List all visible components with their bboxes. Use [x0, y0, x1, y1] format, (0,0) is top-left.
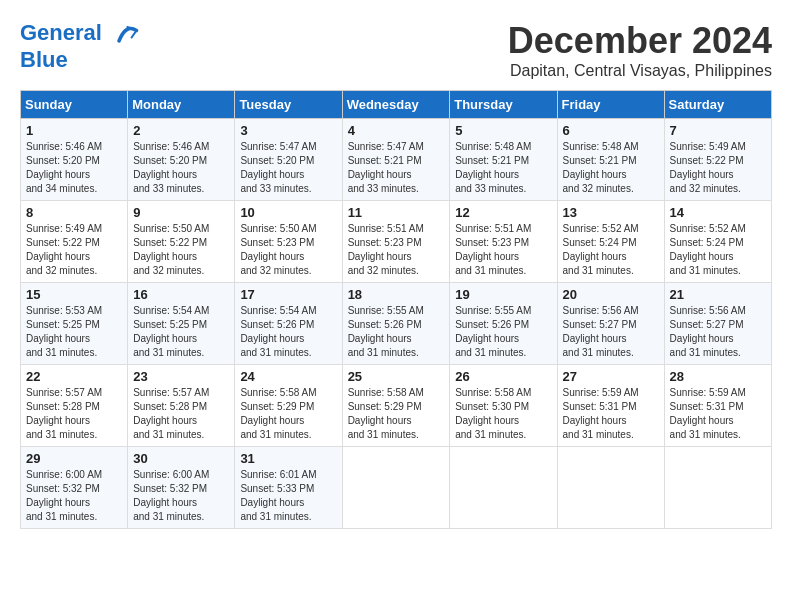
calendar-week-2: 8 Sunrise: 5:49 AMSunset: 5:22 PMDayligh…: [21, 201, 772, 283]
day-number: 30: [133, 451, 229, 466]
calendar-cell: 18 Sunrise: 5:55 AMSunset: 5:26 PMDaylig…: [342, 283, 450, 365]
logo-text: General Blue: [20, 20, 140, 72]
day-number: 24: [240, 369, 336, 384]
day-info: Sunrise: 5:46 AMSunset: 5:20 PMDaylight …: [26, 141, 102, 194]
day-number: 28: [670, 369, 766, 384]
calendar-cell: [664, 447, 771, 529]
calendar-week-5: 29 Sunrise: 6:00 AMSunset: 5:32 PMDaylig…: [21, 447, 772, 529]
day-number: 13: [563, 205, 659, 220]
day-info: Sunrise: 5:58 AMSunset: 5:29 PMDaylight …: [240, 387, 316, 440]
calendar-cell: 25 Sunrise: 5:58 AMSunset: 5:29 PMDaylig…: [342, 365, 450, 447]
day-info: Sunrise: 5:57 AMSunset: 5:28 PMDaylight …: [26, 387, 102, 440]
calendar-cell: 10 Sunrise: 5:50 AMSunset: 5:23 PMDaylig…: [235, 201, 342, 283]
calendar-cell: 21 Sunrise: 5:56 AMSunset: 5:27 PMDaylig…: [664, 283, 771, 365]
day-number: 3: [240, 123, 336, 138]
calendar-cell: 23 Sunrise: 5:57 AMSunset: 5:28 PMDaylig…: [128, 365, 235, 447]
calendar-cell: 4 Sunrise: 5:47 AMSunset: 5:21 PMDayligh…: [342, 119, 450, 201]
day-number: 5: [455, 123, 551, 138]
day-info: Sunrise: 5:49 AMSunset: 5:22 PMDaylight …: [670, 141, 746, 194]
day-info: Sunrise: 5:48 AMSunset: 5:21 PMDaylight …: [455, 141, 531, 194]
day-info: Sunrise: 5:55 AMSunset: 5:26 PMDaylight …: [455, 305, 531, 358]
calendar-week-3: 15 Sunrise: 5:53 AMSunset: 5:25 PMDaylig…: [21, 283, 772, 365]
day-info: Sunrise: 5:53 AMSunset: 5:25 PMDaylight …: [26, 305, 102, 358]
day-info: Sunrise: 5:58 AMSunset: 5:29 PMDaylight …: [348, 387, 424, 440]
day-info: Sunrise: 6:00 AMSunset: 5:32 PMDaylight …: [133, 469, 209, 522]
day-info: Sunrise: 5:59 AMSunset: 5:31 PMDaylight …: [670, 387, 746, 440]
calendar-cell: [450, 447, 557, 529]
day-number: 21: [670, 287, 766, 302]
day-number: 8: [26, 205, 122, 220]
day-info: Sunrise: 5:50 AMSunset: 5:22 PMDaylight …: [133, 223, 209, 276]
header-day-friday: Friday: [557, 91, 664, 119]
day-info: Sunrise: 5:51 AMSunset: 5:23 PMDaylight …: [455, 223, 531, 276]
day-number: 27: [563, 369, 659, 384]
day-info: Sunrise: 6:00 AMSunset: 5:32 PMDaylight …: [26, 469, 102, 522]
day-number: 16: [133, 287, 229, 302]
day-number: 22: [26, 369, 122, 384]
day-number: 12: [455, 205, 551, 220]
day-info: Sunrise: 5:47 AMSunset: 5:21 PMDaylight …: [348, 141, 424, 194]
day-info: Sunrise: 5:54 AMSunset: 5:25 PMDaylight …: [133, 305, 209, 358]
page-header: General Blue December 2024 Dapitan, Cent…: [20, 20, 772, 80]
day-number: 20: [563, 287, 659, 302]
logo-icon: [112, 20, 140, 48]
header-day-monday: Monday: [128, 91, 235, 119]
calendar-cell: 17 Sunrise: 5:54 AMSunset: 5:26 PMDaylig…: [235, 283, 342, 365]
day-info: Sunrise: 5:49 AMSunset: 5:22 PMDaylight …: [26, 223, 102, 276]
day-number: 31: [240, 451, 336, 466]
day-info: Sunrise: 5:55 AMSunset: 5:26 PMDaylight …: [348, 305, 424, 358]
calendar-cell: 16 Sunrise: 5:54 AMSunset: 5:25 PMDaylig…: [128, 283, 235, 365]
calendar-cell: 12 Sunrise: 5:51 AMSunset: 5:23 PMDaylig…: [450, 201, 557, 283]
calendar-cell: 30 Sunrise: 6:00 AMSunset: 5:32 PMDaylig…: [128, 447, 235, 529]
calendar-cell: 5 Sunrise: 5:48 AMSunset: 5:21 PMDayligh…: [450, 119, 557, 201]
day-info: Sunrise: 5:56 AMSunset: 5:27 PMDaylight …: [563, 305, 639, 358]
day-info: Sunrise: 5:59 AMSunset: 5:31 PMDaylight …: [563, 387, 639, 440]
calendar-cell: 6 Sunrise: 5:48 AMSunset: 5:21 PMDayligh…: [557, 119, 664, 201]
day-number: 9: [133, 205, 229, 220]
calendar-cell: 3 Sunrise: 5:47 AMSunset: 5:20 PMDayligh…: [235, 119, 342, 201]
header-day-saturday: Saturday: [664, 91, 771, 119]
day-number: 18: [348, 287, 445, 302]
day-info: Sunrise: 5:47 AMSunset: 5:20 PMDaylight …: [240, 141, 316, 194]
day-number: 19: [455, 287, 551, 302]
calendar-week-4: 22 Sunrise: 5:57 AMSunset: 5:28 PMDaylig…: [21, 365, 772, 447]
calendar-cell: [557, 447, 664, 529]
day-number: 11: [348, 205, 445, 220]
header-day-wednesday: Wednesday: [342, 91, 450, 119]
calendar-cell: 7 Sunrise: 5:49 AMSunset: 5:22 PMDayligh…: [664, 119, 771, 201]
calendar-cell: 28 Sunrise: 5:59 AMSunset: 5:31 PMDaylig…: [664, 365, 771, 447]
calendar-cell: 27 Sunrise: 5:59 AMSunset: 5:31 PMDaylig…: [557, 365, 664, 447]
header-day-tuesday: Tuesday: [235, 91, 342, 119]
day-number: 2: [133, 123, 229, 138]
day-info: Sunrise: 6:01 AMSunset: 5:33 PMDaylight …: [240, 469, 316, 522]
day-number: 26: [455, 369, 551, 384]
day-info: Sunrise: 5:52 AMSunset: 5:24 PMDaylight …: [670, 223, 746, 276]
day-info: Sunrise: 5:57 AMSunset: 5:28 PMDaylight …: [133, 387, 209, 440]
calendar-cell: [342, 447, 450, 529]
calendar-cell: 2 Sunrise: 5:46 AMSunset: 5:20 PMDayligh…: [128, 119, 235, 201]
calendar-header-row: SundayMondayTuesdayWednesdayThursdayFrid…: [21, 91, 772, 119]
day-number: 23: [133, 369, 229, 384]
day-number: 10: [240, 205, 336, 220]
day-number: 6: [563, 123, 659, 138]
calendar-cell: 1 Sunrise: 5:46 AMSunset: 5:20 PMDayligh…: [21, 119, 128, 201]
day-number: 17: [240, 287, 336, 302]
day-number: 25: [348, 369, 445, 384]
calendar-cell: 14 Sunrise: 5:52 AMSunset: 5:24 PMDaylig…: [664, 201, 771, 283]
calendar-cell: 8 Sunrise: 5:49 AMSunset: 5:22 PMDayligh…: [21, 201, 128, 283]
calendar-week-1: 1 Sunrise: 5:46 AMSunset: 5:20 PMDayligh…: [21, 119, 772, 201]
calendar-cell: 31 Sunrise: 6:01 AMSunset: 5:33 PMDaylig…: [235, 447, 342, 529]
day-info: Sunrise: 5:51 AMSunset: 5:23 PMDaylight …: [348, 223, 424, 276]
day-info: Sunrise: 5:52 AMSunset: 5:24 PMDaylight …: [563, 223, 639, 276]
month-title: December 2024: [508, 20, 772, 62]
calendar-cell: 13 Sunrise: 5:52 AMSunset: 5:24 PMDaylig…: [557, 201, 664, 283]
logo: General Blue: [20, 20, 140, 72]
calendar-cell: 24 Sunrise: 5:58 AMSunset: 5:29 PMDaylig…: [235, 365, 342, 447]
calendar-cell: 11 Sunrise: 5:51 AMSunset: 5:23 PMDaylig…: [342, 201, 450, 283]
day-info: Sunrise: 5:54 AMSunset: 5:26 PMDaylight …: [240, 305, 316, 358]
day-number: 14: [670, 205, 766, 220]
day-info: Sunrise: 5:56 AMSunset: 5:27 PMDaylight …: [670, 305, 746, 358]
day-info: Sunrise: 5:48 AMSunset: 5:21 PMDaylight …: [563, 141, 639, 194]
day-number: 1: [26, 123, 122, 138]
day-info: Sunrise: 5:46 AMSunset: 5:20 PMDaylight …: [133, 141, 209, 194]
